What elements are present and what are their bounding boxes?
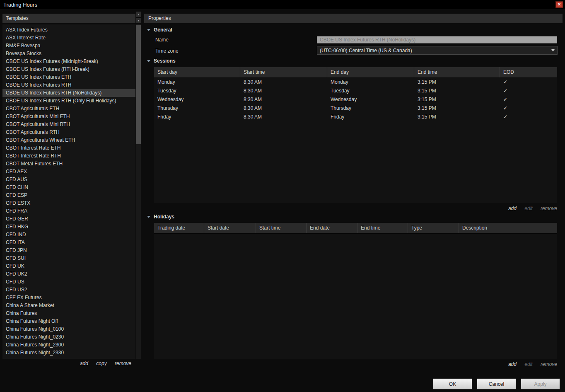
timezone-label: Time zone: [155, 48, 179, 54]
template-list-item[interactable]: BM&F Bovespa: [2, 42, 135, 50]
general-section-header[interactable]: General: [147, 27, 172, 33]
eod-cell: ✓: [500, 95, 557, 104]
cancel-button[interactable]: Cancel: [477, 378, 516, 390]
scroll-down-icon[interactable]: ▼: [136, 18, 141, 23]
cell-start-day: Monday: [154, 78, 240, 87]
cell-start-time: 8:30 AM: [240, 104, 327, 113]
template-list-item[interactable]: Bovespa Stocks: [2, 50, 135, 58]
cell-start-time: 8:30 AM: [240, 78, 327, 87]
template-list-item[interactable]: CFD SUI: [2, 254, 135, 262]
timezone-select[interactable]: (UTC-06:00) Central Time (US & Canada): [317, 46, 558, 55]
session-row[interactable]: Wednesday8:30 AMWednesday3:15 PM✓: [154, 95, 557, 104]
template-list-item[interactable]: CFD AEX: [2, 168, 135, 176]
column-header: Type: [408, 223, 459, 233]
template-list-item[interactable]: CBOE US Index Futures (RTH-Break): [2, 65, 135, 73]
holidays-actions: add edit remove: [502, 361, 557, 367]
template-list-item[interactable]: CBOE US Index Futures RTH: [2, 81, 135, 89]
template-list-item[interactable]: CBOE US Index Futures RTH (NoHolidays): [2, 89, 135, 97]
session-row[interactable]: Friday8:30 AMFriday3:15 PM✓: [154, 113, 557, 121]
add-template-link[interactable]: add: [80, 361, 88, 366]
eod-checkbox[interactable]: ✓: [503, 88, 507, 94]
template-list-item[interactable]: CFD JPN: [2, 247, 135, 254]
template-list-item[interactable]: China Futures Night_0230: [2, 333, 135, 341]
cell-end-day: Tuesday: [327, 87, 414, 95]
eod-cell: ✓: [500, 113, 557, 121]
holidays-section-title: Holidays: [154, 214, 174, 220]
column-header: End time: [414, 67, 500, 77]
templates-list: ASX Index FuturesASX Interest RateBM&F B…: [2, 24, 135, 359]
template-list-item[interactable]: China Futures Night_0100: [2, 325, 135, 333]
sessions-section-header[interactable]: Sessions: [147, 58, 176, 64]
window-title: Trading Hours: [3, 2, 37, 8]
add-holiday-link[interactable]: add: [508, 361, 517, 367]
template-list-item[interactable]: CFD AUS: [2, 176, 135, 184]
template-list-item[interactable]: China Futures Night Off: [2, 317, 135, 325]
template-list-item[interactable]: CFD FRA: [2, 207, 135, 215]
template-list-item[interactable]: ASX Interest Rate: [2, 34, 135, 42]
templates-scrollbar[interactable]: ▲ ▼: [136, 12, 141, 359]
cell-end-time: 3:15 PM: [414, 113, 500, 121]
template-list-item[interactable]: CFD CHN: [2, 184, 135, 191]
sessions-table: Start dayStart timeEnd dayEnd timeEODMon…: [154, 67, 557, 203]
template-list-item[interactable]: China Futures: [2, 310, 135, 317]
template-list-item[interactable]: CFD US: [2, 278, 135, 286]
cell-start-time: 8:30 AM: [240, 113, 327, 121]
column-header: Start time: [256, 223, 307, 233]
remove-holiday-link: remove: [541, 361, 557, 367]
template-list-item[interactable]: CFD ESP: [2, 191, 135, 199]
cell-end-time: 3:15 PM: [414, 104, 500, 113]
close-icon: ✕: [558, 2, 561, 7]
cell-start-time: 8:30 AM: [240, 95, 327, 104]
template-list-item[interactable]: CBOT Agriculturals Wheat ETH: [2, 136, 135, 144]
scrollbar-track[interactable]: [136, 24, 141, 359]
template-list-item[interactable]: CBOT Agriculturals RTH: [2, 128, 135, 136]
holidays-section-header[interactable]: Holidays: [147, 213, 174, 220]
template-list-item[interactable]: CBOE US Index Futures RTH (Only Full Hol…: [2, 97, 135, 105]
template-list-item[interactable]: CFD UK: [2, 262, 135, 270]
session-row[interactable]: Tuesday8:30 AMTuesday3:15 PM✓: [154, 87, 557, 95]
sessions-section-title: Sessions: [154, 58, 176, 64]
template-list-item[interactable]: ASX Index Futures: [2, 26, 135, 34]
copy-template-link[interactable]: copy: [96, 361, 106, 366]
template-list-item[interactable]: CFD UK2: [2, 270, 135, 278]
close-button[interactable]: ✕: [555, 1, 563, 8]
eod-checkbox[interactable]: ✓: [503, 79, 507, 85]
template-list-item[interactable]: CFD US2: [2, 286, 135, 294]
cell-end-time: 3:15 PM: [414, 78, 500, 87]
eod-cell: ✓: [500, 87, 557, 95]
template-list-item[interactable]: China A Share Market: [2, 302, 135, 310]
template-list-item[interactable]: CFE FX Futures: [2, 294, 135, 302]
template-list-item[interactable]: CBOT Metal Futures ETH: [2, 160, 135, 168]
template-list-item[interactable]: China Futures Night_2300: [2, 341, 135, 349]
template-list-item[interactable]: CBOT Interest Rate RTH: [2, 152, 135, 160]
template-list-item[interactable]: CBOT Agriculturals ETH: [2, 105, 135, 113]
template-list-item[interactable]: CFD IND: [2, 231, 135, 239]
session-row[interactable]: Thursday8:30 AMThursday3:15 PM✓: [154, 104, 557, 113]
collapse-triangle-icon: [147, 29, 150, 31]
session-row[interactable]: Monday8:30 AMMonday3:15 PM✓: [154, 78, 557, 87]
eod-checkbox[interactable]: ✓: [503, 105, 507, 111]
eod-checkbox[interactable]: ✓: [503, 97, 507, 102]
eod-checkbox[interactable]: ✓: [503, 114, 507, 120]
template-list-item[interactable]: China Futures Night_2330: [2, 349, 135, 357]
template-list-item[interactable]: CFD ITA: [2, 239, 135, 247]
scrollbar-thumb[interactable]: [136, 25, 141, 144]
scroll-up-icon[interactable]: ▲: [136, 12, 141, 17]
column-header: EOD: [500, 67, 557, 77]
template-list-item[interactable]: CBOE US Index Futures ETH: [2, 73, 135, 81]
template-list-item[interactable]: CBOT Agriculturals Mini ETH: [2, 113, 135, 121]
add-session-link[interactable]: add: [508, 206, 517, 211]
template-list-item[interactable]: CFD GER: [2, 215, 135, 223]
template-list-item[interactable]: CBOT Interest Rate ETH: [2, 144, 135, 152]
template-list-item[interactable]: CBOT Agriculturals Mini RTH: [2, 121, 135, 128]
template-list-item[interactable]: CFD HKG: [2, 223, 135, 231]
template-list-item[interactable]: CBOE US Index Futures (Midnight-Break): [2, 58, 135, 65]
template-list-item[interactable]: CFD ESTX: [2, 199, 135, 207]
column-header: Trading date: [154, 223, 204, 233]
remove-template-link[interactable]: remove: [115, 361, 131, 366]
eod-cell: ✓: [500, 78, 557, 87]
cell-end-day: Monday: [327, 78, 414, 87]
ok-button[interactable]: OK: [433, 378, 472, 390]
column-header: Start time: [240, 67, 327, 77]
column-header: End date: [307, 223, 357, 233]
